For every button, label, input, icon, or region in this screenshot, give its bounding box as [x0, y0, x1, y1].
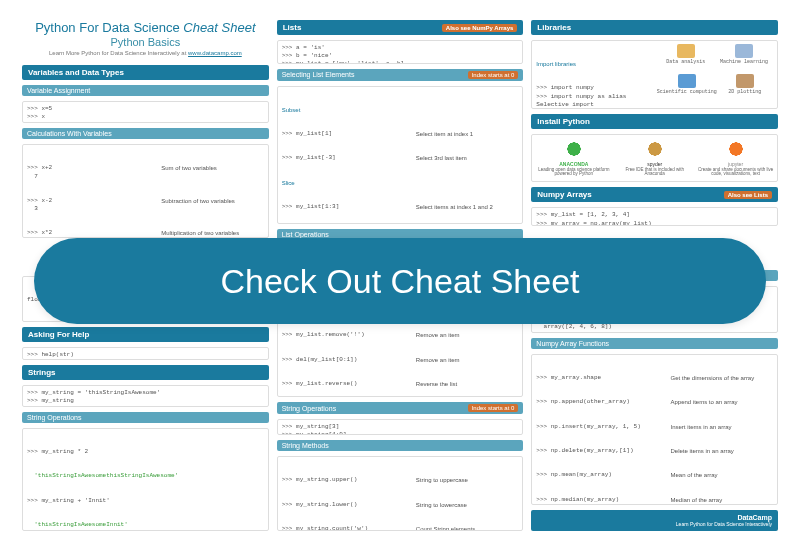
also-see-numpy: Also see NumPy Arrays [442, 24, 517, 32]
title-text: Python For Data Science [35, 20, 183, 35]
nf-c1: >>> np.append(other_array) [536, 398, 666, 406]
inst-name-2: jupyter [696, 161, 775, 167]
section-label: Asking For Help [28, 330, 89, 339]
code-numpy-def: >>> my_list = [1, 2, 3, 4] >>> my_array … [531, 207, 778, 226]
calc-desc-0: Sum of two variables [157, 164, 264, 180]
import-code: >>> import numpy >>> import numpy as ali… [536, 84, 652, 108]
installer-spyder: spyder Free IDE that is included with An… [615, 139, 694, 178]
nf-c2: >>> np.insert(my_array, 1, 5) [536, 423, 666, 431]
inst-name-1: spyder [615, 161, 694, 167]
calc-code-1: >>> x-2 3 [27, 197, 157, 213]
section-numpy-arrays: Numpy Arrays Also see Lists [531, 187, 778, 202]
sm-c2: >>> my_string.count('w') [282, 525, 412, 531]
subset-code-0: >>> my_list[1] [282, 130, 412, 138]
lm-c3: >>> my_list.reverse() [282, 380, 412, 388]
code-string-ops: >>> my_string * 2 'thisStringIsAwesometh… [22, 428, 269, 531]
strop-1: 'thisStringIsAwesomethisStringIsAwesome' [27, 472, 264, 480]
footer-brand: DataCamp [737, 514, 772, 521]
sub-variable-assignment: Variable Assignment [22, 85, 269, 96]
subset-label: Subset [282, 106, 519, 114]
matplotlib-icon [736, 74, 754, 88]
nf-d3: Delete items in an array [667, 447, 774, 455]
nf-c0: >>> my_array.shape [536, 374, 666, 382]
jupyter-icon [723, 139, 749, 159]
sub-numpy-fn: Numpy Array Functions [531, 338, 778, 349]
sm-d0: String to uppercase [412, 476, 519, 484]
code-libraries: Import libraries >>> import numpy >>> im… [531, 40, 778, 109]
code-list-def: >>> a = 'is' >>> b = 'nice' >>> my_list … [277, 40, 524, 64]
lib-numpy: Scientific computing [657, 74, 717, 104]
inst-name-0: ANACONDA [534, 161, 613, 167]
nf-c3: >>> np.delete(my_array,[1]) [536, 447, 666, 455]
lib-cap-2: Scientific computing [657, 89, 717, 96]
sub-string-operations: String Operations Index starts at 0 [277, 402, 524, 414]
tagline-link[interactable]: www.datacamp.com [188, 50, 242, 56]
subset-desc-1: Select 3rd last item [412, 154, 519, 162]
installer-jupyter: jupyter Create and share documents with … [696, 139, 775, 178]
code-list-select: Subset >>> my_list[1]Select item at inde… [277, 86, 524, 224]
section-install: Install Python [531, 114, 778, 129]
nf-c4: >>> np.mean(my_array) [536, 471, 666, 479]
import-label: Import libraries [536, 60, 652, 68]
sm-c0: >>> my_string.upper() [282, 476, 412, 484]
section-label: Strings [28, 368, 56, 377]
section-label: Numpy Arrays [537, 190, 591, 199]
overlay-label: Check Out Cheat Sheet [220, 262, 579, 301]
code-calculations: >>> x+2 7Sum of two variables >>> x-2 3S… [22, 144, 269, 238]
inst-cap-1: Free IDE that is included with Anaconda [615, 168, 694, 178]
code-numpy-fn: >>> my_array.shapeGet the dimensions of … [531, 354, 778, 505]
tagline: Learn More Python for Data Science Inter… [22, 50, 269, 56]
nf-d2: Insert items in an array [667, 423, 774, 431]
footer-sub: Learn Python for Data Science Interactiv… [537, 521, 772, 527]
numpy-icon [678, 74, 696, 88]
pandas-icon [677, 44, 695, 58]
section-strings: Strings [22, 365, 269, 380]
nf-d5: Median of the array [667, 496, 774, 504]
index-badge-2: Index starts at 0 [468, 404, 519, 412]
check-out-button[interactable]: Check Out Cheat Sheet [34, 238, 766, 324]
section-label: Lists [283, 23, 302, 32]
footer: DataCamp Learn Python for Data Science I… [531, 510, 778, 531]
slice-desc-0: Select items at index 1 and 2 [412, 203, 519, 211]
sm-d2: Count String elements [412, 525, 519, 531]
scikit-icon [735, 44, 753, 58]
nf-d1: Append items to an array [667, 398, 774, 406]
strop-3: 'thisStringIsAwesomeInnit' [27, 521, 264, 529]
lib-cap-3: 2D plotting [717, 89, 773, 96]
calc-desc-1: Subtraction of two variables [157, 197, 264, 213]
tagline-text: Learn More Python for Data Science Inter… [49, 50, 186, 56]
section-lists: Lists Also see NumPy Arrays [277, 20, 524, 35]
sub-label: String Operations [282, 405, 336, 412]
lib-cap-1: Machine learning [715, 59, 773, 66]
nf-d4: Mean of the array [667, 471, 774, 479]
subset-code-1: >>> my_list[-3] [282, 154, 412, 162]
code-string-methods: >>> my_string.upper()String to uppercase… [277, 456, 524, 531]
code-string-index: >>> my_string[3] >>> my_string[4:9] [277, 419, 524, 435]
subtitle: Python Basics [22, 36, 269, 48]
section-label: Libraries [537, 23, 571, 32]
code-help: >>> help(str) [22, 347, 269, 360]
calc-code-2: >>> x*2 10 [27, 229, 157, 238]
sub-selecting-list: Selecting List Elements Index starts at … [277, 69, 524, 81]
strop-0: >>> my_string * 2 [27, 448, 264, 456]
lm-c2: >>> del(my_list[0:1]) [282, 356, 412, 364]
spyder-icon [642, 139, 668, 159]
section-variables: Variables and Data Types [22, 65, 269, 80]
code-string-def: >>> my_string = 'thisStringIsAwesome' >>… [22, 385, 269, 407]
strop-2: >>> my_string + 'Innit' [27, 497, 264, 505]
index-badge: Index starts at 0 [468, 71, 519, 79]
subset-desc-0: Select item at index 1 [412, 130, 519, 138]
sm-c1: >>> my_string.lower() [282, 501, 412, 509]
sub-string-methods: String Methods [277, 440, 524, 451]
installer-anaconda: ANACONDA Leading open data science platf… [534, 139, 613, 178]
title-italic: Cheat Sheet [183, 20, 255, 35]
lm-d2: Remove an item [412, 356, 519, 364]
lib-cap-0: Data analysis [657, 59, 715, 66]
slice-label: Slice [282, 179, 519, 187]
section-libraries: Libraries [531, 20, 778, 35]
installers-row: ANACONDA Leading open data science platf… [531, 134, 778, 183]
lib-pandas: Data analysis [657, 44, 715, 74]
section-label: Variables and Data Types [28, 68, 124, 77]
also-see-lists: Also see Lists [724, 191, 772, 199]
main-title: Python For Data Science Cheat Sheet [22, 20, 269, 35]
